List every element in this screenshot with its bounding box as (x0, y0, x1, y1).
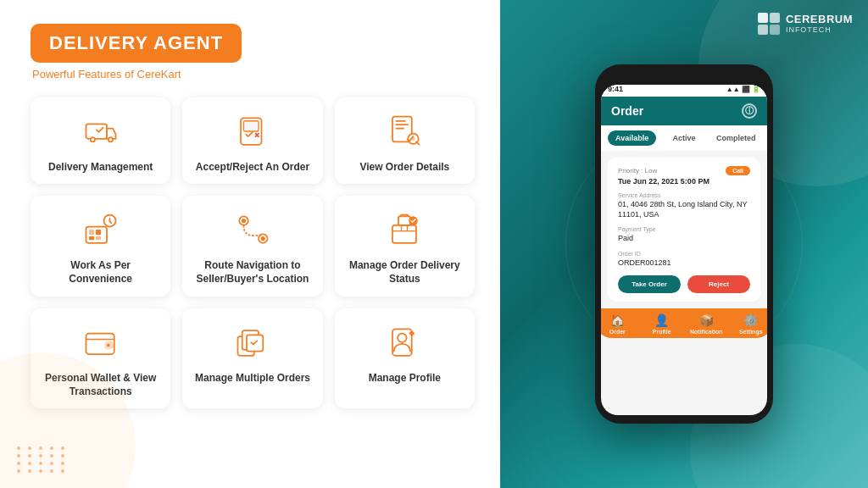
status-bar: 9:41 ▲▲ ⬛ 🔋 (601, 85, 767, 97)
view-order-icon (382, 109, 426, 153)
feature-label-accept: Accept/Reject An Order (196, 160, 309, 174)
tab-bar: Available Active Completed (601, 125, 767, 151)
priority-row: Priority : Low Call (618, 166, 750, 175)
feature-label-manage-order: Manage Order Delivery Status (343, 258, 466, 286)
nav-order-label: Order (609, 329, 626, 335)
phone-screen: 9:41 ▲▲ ⬛ 🔋 Order ⓘ Available Active Com… (601, 85, 767, 415)
bottom-nav: 🏠 Order 👤 Profile 📦 Notification ⚙️ Sett… (601, 308, 767, 338)
feature-label-wallet: Personal Wallet & View Transactions (39, 371, 162, 398)
svg-rect-6 (243, 121, 259, 131)
svg-point-33 (398, 333, 407, 342)
feature-card-work-convenience: Work As Per Convenience (31, 196, 170, 296)
feature-card-route-navigation: Route Navigation to Seller/Buyer's Locat… (182, 196, 322, 296)
svg-rect-8 (396, 120, 406, 122)
delivery-icon (79, 109, 123, 153)
tab-available[interactable]: Available (608, 130, 656, 146)
subtitle: Powerful Features of CereKart (31, 68, 475, 80)
svg-rect-37 (770, 25, 780, 35)
phone-notch (659, 73, 709, 80)
settings-nav-icon: ⚙️ (743, 313, 758, 327)
decorative-dots (17, 446, 68, 473)
logo-sub: INFOTECH (786, 25, 853, 34)
nav-notification-label: Notification (690, 329, 723, 335)
order-id: ORDER001281 (618, 258, 750, 269)
svg-rect-36 (758, 25, 768, 35)
route-icon (231, 208, 275, 252)
nav-profile[interactable]: 👤 Profile (640, 313, 685, 335)
phone-mockup: 9:41 ▲▲ ⬛ 🔋 Order ⓘ Available Active Com… (595, 64, 773, 424)
svg-rect-0 (86, 124, 107, 139)
order-card: Priority : Low Call Tue Jun 22, 2021 5:0… (608, 158, 760, 302)
screen-title: Order (611, 104, 643, 118)
feature-label-delivery: Delivery Management (48, 160, 153, 174)
right-panel: CEREBRUM INFOTECH 9:41 ▲▲ ⬛ 🔋 Order ⓘ (500, 0, 868, 488)
wallet-icon (79, 320, 123, 364)
feature-card-accept-reject: Accept/Reject An Order (182, 97, 322, 184)
service-address-label: Service Address (618, 192, 750, 198)
feature-label-work: Work As Per Convenience (39, 258, 162, 286)
nav-settings[interactable]: ⚙️ Settings (729, 313, 768, 335)
feature-card-wallet: Personal Wallet & View Transactions (31, 308, 170, 408)
screen-header: Order ⓘ (601, 97, 767, 125)
svg-point-21 (242, 219, 246, 223)
svg-rect-9 (396, 124, 409, 125)
nav-notification[interactable]: 📦 Notification (684, 313, 729, 335)
feature-label-view-order: View Order Details (359, 160, 449, 174)
feature-card-multiple-orders: Manage Multiple Orders (182, 308, 322, 408)
accept-reject-icon (231, 109, 275, 153)
tab-active[interactable]: Active (659, 130, 708, 146)
nav-settings-label: Settings (739, 329, 763, 335)
logo-icon (757, 12, 781, 36)
feature-card-delivery-management: Delivery Management (31, 97, 170, 184)
notification-nav-icon: 📦 (699, 313, 714, 327)
order-id-label: Order ID (618, 251, 750, 257)
service-address: 01, 4046 28th St, Long Island City, NY 1… (618, 200, 750, 219)
priority-label: Priority : Low (618, 167, 657, 175)
call-button[interactable]: Call (726, 166, 750, 175)
svg-rect-16 (89, 236, 94, 240)
order-nav-icon: 🏠 (610, 313, 625, 327)
payment-type-label: Payment Type (618, 226, 750, 232)
action-row: Take Order Reject (618, 275, 750, 293)
feature-card-view-order: View Order Details (335, 97, 475, 184)
box-icon (382, 208, 426, 252)
take-order-button[interactable]: Take Order (618, 275, 681, 293)
phone-body: 9:41 ▲▲ ⬛ 🔋 Order ⓘ Available Active Com… (595, 64, 773, 424)
svg-point-4 (108, 138, 112, 141)
features-grid: Delivery Management Accept/Reject An Ord… (31, 97, 475, 408)
feature-label-profile: Manage Profile (369, 371, 441, 385)
svg-point-3 (91, 138, 94, 141)
svg-rect-15 (96, 230, 101, 235)
header-badge: DELIVERY AGENT (31, 24, 242, 63)
svg-rect-10 (396, 128, 405, 130)
feature-label-multiple: Manage Multiple Orders (195, 371, 310, 385)
svg-rect-23 (392, 225, 416, 243)
nav-order[interactable]: 🏠 Order (601, 313, 640, 335)
svg-rect-17 (96, 236, 101, 240)
svg-rect-35 (770, 13, 780, 23)
left-panel: DELIVERY AGENT Powerful Features of Cere… (0, 0, 500, 488)
svg-rect-24 (398, 216, 410, 225)
svg-rect-34 (758, 13, 768, 23)
logo: CEREBRUM INFOTECH (757, 12, 853, 36)
payment-type: Paid (618, 234, 750, 244)
multiple-icon (231, 320, 275, 364)
info-button[interactable]: ⓘ (742, 103, 757, 119)
logo-name: CEREBRUM (786, 14, 853, 25)
nav-profile-label: Profile (653, 329, 671, 335)
profile-icon (382, 320, 426, 364)
feature-card-profile: Manage Profile (335, 308, 475, 408)
svg-rect-14 (89, 230, 94, 235)
svg-point-22 (261, 236, 265, 241)
signal-icons: ▲▲ ⬛ 🔋 (726, 86, 760, 93)
svg-point-28 (107, 343, 110, 347)
profile-nav-icon: 👤 (654, 313, 669, 327)
time: 9:41 (608, 85, 623, 93)
feature-card-manage-order: Manage Order Delivery Status (335, 196, 475, 296)
tab-completed[interactable]: Completed (712, 130, 760, 146)
work-icon (79, 208, 123, 252)
feature-label-route: Route Navigation to Seller/Buyer's Locat… (191, 258, 314, 286)
reject-button[interactable]: Reject (687, 275, 750, 293)
date-row: Tue Jun 22, 2021 5:00 PM (618, 177, 750, 186)
